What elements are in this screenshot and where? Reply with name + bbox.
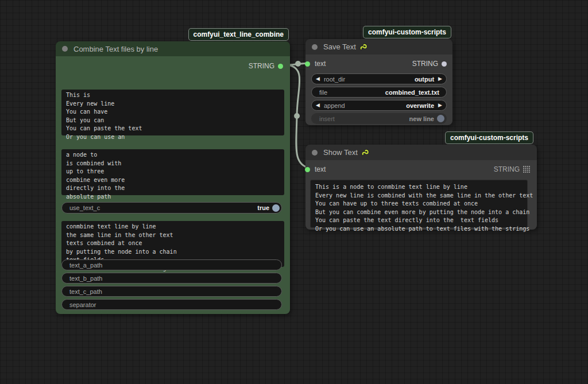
collapse-dot-icon[interactable] [62, 46, 68, 52]
toggle-knob-icon[interactable] [272, 204, 280, 212]
node-titlebar[interactable]: Combine Text files by line [56, 41, 290, 56]
collapse-dot-icon[interactable] [312, 150, 318, 156]
toggle-value: true [257, 204, 269, 211]
python-snake-icon [361, 148, 370, 157]
node-titlebar[interactable]: Save Text [305, 39, 452, 55]
insert-toggle-disabled[interactable]: insert new line [311, 113, 447, 124]
node-body: STRING This is Every new line You can ha… [56, 56, 290, 314]
field-label: text_c_path [69, 288, 102, 295]
combo-next-icon[interactable]: ▶ [438, 103, 442, 108]
toggle-value: new line [409, 115, 434, 122]
file-field[interactable]: file combined_text.txt [311, 87, 447, 98]
separator-field[interactable]: separator [61, 299, 282, 310]
text-b-input[interactable]: a node to is combined with up to three c… [61, 149, 284, 195]
node-combine-text-files[interactable]: comfyui_text_line_combine Combine Text f… [56, 41, 290, 314]
input-label: text [315, 165, 326, 173]
combo-prev-icon[interactable]: ◀ [316, 103, 320, 108]
node-type-badge: comfyui-custom-scripts [363, 26, 451, 38]
link-midpoint-dot [294, 113, 300, 119]
combo-label: append [324, 102, 345, 109]
toggle-label: use_text_c [69, 204, 100, 211]
node-titlebar[interactable]: Show Text [305, 145, 537, 160]
append-combo[interactable]: ◀ append overwrite ▶ [311, 100, 447, 111]
node-title: Combine Text files by line [74, 45, 158, 53]
node-show-text[interactable]: comfyui-custom-scripts Show Text text ST… [305, 145, 537, 230]
node-title: Save Text [323, 42, 356, 51]
input-slot-icon[interactable] [305, 61, 310, 67]
node-type-badge: comfyui-custom-scripts [445, 131, 533, 144]
combo-label: root_dir [324, 76, 345, 83]
combo-value: overwrite [406, 102, 434, 109]
output-label: STRING [494, 165, 520, 173]
field-label: separator [69, 301, 96, 308]
field-value: combined_text.txt [385, 89, 439, 96]
input-slot-icon[interactable] [305, 167, 310, 172]
io-row: text STRING [305, 58, 452, 69]
node-body: text STRING This is a node to conmbine t… [305, 160, 537, 230]
field-label: file [319, 89, 327, 96]
use-text-c-toggle[interactable]: use_text_c true [61, 202, 282, 214]
text-a-path-field[interactable]: text_a_path [61, 259, 282, 270]
node-body: text STRING ◀ root_dir output ▶ file com… [305, 55, 452, 125]
text-c-path-field[interactable]: text_c_path [61, 286, 282, 297]
python-snake-icon [359, 42, 368, 51]
root-dir-combo[interactable]: ◀ root_dir output ▶ [311, 73, 447, 84]
node-type-badge: comfyui_text_line_combine [188, 28, 289, 41]
output-row: STRING [56, 60, 290, 72]
show-text-output-display[interactable]: This is a node to conmbine text line by … [310, 180, 528, 228]
text-a-input[interactable]: This is Every new line You can have But … [61, 90, 284, 135]
collapse-dot-icon[interactable] [312, 44, 318, 50]
field-label: text_a_path [69, 262, 103, 269]
toggle-knob-icon[interactable] [437, 115, 444, 122]
input-label: text [315, 60, 326, 68]
toggle-label: insert [319, 115, 335, 122]
output-slot-icon[interactable] [278, 64, 283, 69]
io-row: text STRING [305, 164, 537, 175]
link-midpoint-dot [295, 61, 301, 67]
combo-value: output [415, 76, 434, 83]
node-title: Show Text [323, 148, 358, 157]
grid-output-icon[interactable] [523, 166, 530, 173]
combo-next-icon[interactable]: ▶ [438, 76, 442, 82]
field-label: text_b_path [69, 275, 103, 282]
output-label: STRING [249, 62, 274, 70]
output-slot-icon[interactable] [442, 61, 447, 67]
output-label: STRING [412, 60, 438, 68]
node-graph-canvas[interactable]: comfyui_text_line_combine Combine Text f… [0, 0, 588, 384]
text-b-path-field[interactable]: text_b_path [61, 273, 282, 284]
node-save-text[interactable]: comfyui-custom-scripts Save Text text ST… [305, 39, 452, 125]
combo-prev-icon[interactable]: ◀ [316, 76, 320, 82]
